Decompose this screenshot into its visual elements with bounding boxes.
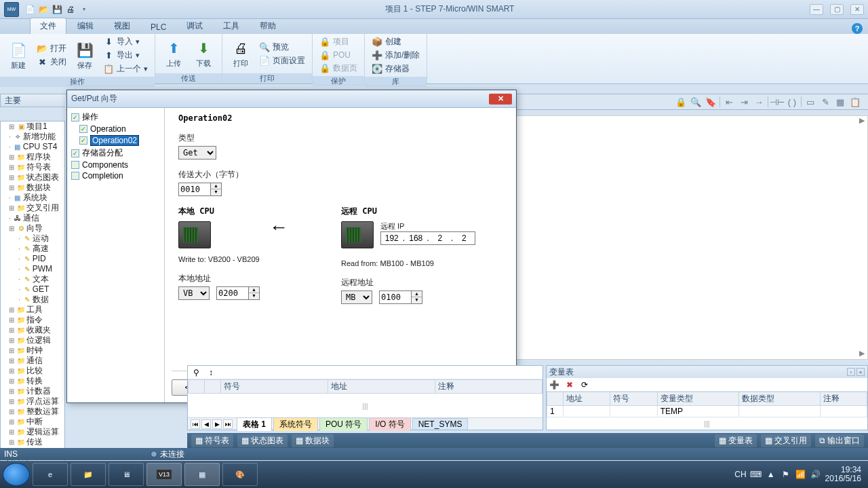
grid-icon[interactable]: ▦ xyxy=(834,96,846,108)
box-icon[interactable]: ▭ xyxy=(804,96,816,108)
nav-memory[interactable]: ✓存储器分配 xyxy=(68,147,163,159)
sheet-tab-active[interactable]: 表格 1 xyxy=(237,417,272,431)
delete-icon[interactable]: ✖ xyxy=(564,379,575,390)
scroll-right-icon[interactable]: ▶ xyxy=(859,116,865,125)
filter-icon[interactable]: ⚲ xyxy=(191,367,201,378)
taskbar-remote[interactable]: 🖥 xyxy=(108,463,144,486)
footer-tab[interactable]: ▦ 状态图表 xyxy=(237,434,288,447)
save-icon[interactable]: 💾 xyxy=(52,4,62,15)
new-button[interactable]: 📄新建 xyxy=(4,39,33,72)
nav-root[interactable]: ✓操作 xyxy=(68,111,163,124)
dialog-close-button[interactable]: ✕ xyxy=(489,94,512,105)
nav-components[interactable]: Components xyxy=(68,159,163,170)
protect-pou[interactable]: 🔒POU xyxy=(317,49,360,61)
taskbar-ie[interactable]: e xyxy=(33,463,68,486)
pin-icon[interactable]: ▫ xyxy=(847,368,855,376)
flag-icon[interactable]: ⚑ xyxy=(781,469,791,480)
taskbar-tia[interactable]: V13 xyxy=(146,463,182,486)
edit-icon[interactable]: ✎ xyxy=(819,96,831,108)
clock[interactable]: 19:34 2016/5/16 xyxy=(825,466,861,483)
footer-tab[interactable]: ▦ 交叉引用 xyxy=(761,434,811,447)
new-icon[interactable]: 📄 xyxy=(24,4,35,15)
local-offset-input[interactable] xyxy=(216,286,249,300)
size-input[interactable] xyxy=(178,183,211,196)
align-left-icon[interactable]: ⇤ xyxy=(723,96,735,108)
spin-up-icon[interactable]: ▲ xyxy=(211,183,221,189)
page-setup-button[interactable]: 📄页面设置 xyxy=(256,54,308,67)
sheet-tab[interactable]: 系统符号 xyxy=(273,417,318,431)
tab-debug[interactable]: 调试 xyxy=(177,18,212,34)
print-button[interactable]: 🖨打印 xyxy=(226,37,255,70)
tab-help[interactable]: 帮助 xyxy=(250,18,285,34)
project-tree[interactable]: ▣项目1 ✧新增功能 ▦CPU ST4 📁程序块 📁符号表 📁状态图表 📁数据块… xyxy=(0,121,65,450)
nav-operation[interactable]: ✓Operation xyxy=(68,124,163,134)
local-offset-spinner[interactable]: ▲▼ xyxy=(216,286,260,300)
remote-offset-spinner[interactable]: ▲▼ xyxy=(379,290,422,304)
upload-button[interactable]: ⬆上传 xyxy=(159,37,188,70)
nav-completion[interactable]: Completion xyxy=(68,170,163,181)
tray-up-icon[interactable]: ▲ xyxy=(766,469,776,480)
preview-button[interactable]: 🔍预览 xyxy=(256,41,308,54)
arrow-icon[interactable]: → xyxy=(753,96,765,108)
local-mem-select[interactable]: VB xyxy=(178,286,210,300)
help-icon[interactable]: ? xyxy=(852,23,863,34)
sheet-tab[interactable]: I/O 符号 xyxy=(369,417,410,431)
footer-tab[interactable]: ▦ 数据块 xyxy=(292,434,334,447)
taskbar-paint[interactable]: 🎨 xyxy=(222,463,258,486)
next-icon[interactable]: ▶ xyxy=(212,419,222,429)
maximize-button[interactable]: ▢ xyxy=(830,4,844,15)
taskbar-explorer[interactable]: 📁 xyxy=(71,463,106,486)
contact-icon[interactable]: ⊣⊢ xyxy=(771,96,783,108)
tab-plc[interactable]: PLC xyxy=(141,20,176,34)
variable-table[interactable]: 地址 符号 变量类型 数据类型 注释 1 TEMP xyxy=(547,392,867,417)
close-panel-icon[interactable]: × xyxy=(856,368,865,376)
lib-add-remove[interactable]: ➕添加/删除 xyxy=(369,49,422,62)
open-button[interactable]: 📂打开 xyxy=(34,42,69,55)
spin-down-icon[interactable]: ▼ xyxy=(211,189,221,195)
taskbar-smart[interactable]: ▦ xyxy=(184,463,220,486)
last-icon[interactable]: ⏭ xyxy=(223,419,233,429)
footer-tab[interactable]: ⧉ 输出窗口 xyxy=(815,434,864,447)
minimize-button[interactable]: — xyxy=(810,4,823,15)
network-icon[interactable]: 📶 xyxy=(795,469,806,480)
protect-project[interactable]: 🔒项目 xyxy=(317,35,360,48)
keyboard-icon[interactable]: ⌨ xyxy=(751,469,762,480)
import-button[interactable]: ⬇导入 ▾ xyxy=(100,35,151,48)
first-icon[interactable]: ⏮ xyxy=(191,419,200,429)
remote-ip-input[interactable]: 192. 168. 2. 2 xyxy=(380,231,475,245)
tab-view[interactable]: 视图 xyxy=(104,18,140,34)
find-icon[interactable]: 🔍 xyxy=(690,96,702,108)
add-icon[interactable]: ➕ xyxy=(549,379,560,390)
sheet-tab[interactable]: NET_SYMS xyxy=(412,418,469,430)
download-button[interactable]: ⬇下载 xyxy=(189,37,218,70)
start-button[interactable] xyxy=(3,463,30,486)
close-button[interactable]: ✕ xyxy=(850,4,864,15)
symbol-table[interactable]: 符号 地址 注释 xyxy=(188,379,542,394)
ime-indicator[interactable]: CH xyxy=(734,470,746,479)
remote-mem-select[interactable]: MB xyxy=(341,290,372,304)
footer-tab[interactable]: ▦ 变量表 xyxy=(715,434,757,447)
previous-button[interactable]: 📋上一个 ▾ xyxy=(100,62,151,75)
qat-dropdown-icon[interactable]: ▾ xyxy=(79,4,90,15)
export-button[interactable]: ⬆导出 ▾ xyxy=(100,49,151,62)
copy-icon[interactable]: 📋 xyxy=(849,96,861,108)
align-right-icon[interactable]: ⇥ xyxy=(738,96,750,108)
scroll-corner-icon[interactable]: ▶ xyxy=(859,349,865,358)
volume-icon[interactable]: 🔊 xyxy=(810,469,821,480)
size-spinner[interactable]: ▲▼ xyxy=(178,183,502,196)
footer-tab[interactable]: ▦ 符号表 xyxy=(191,434,233,447)
lib-create[interactable]: 📦创建 xyxy=(369,35,422,48)
bookmark-icon[interactable]: 🔖 xyxy=(705,96,717,108)
coil-icon[interactable]: ( ) xyxy=(786,96,798,108)
open-icon[interactable]: 📂 xyxy=(38,4,49,15)
remote-offset-input[interactable] xyxy=(379,290,412,304)
lock-icon[interactable]: 🔒 xyxy=(675,96,687,108)
lib-memory[interactable]: 💽存储器 xyxy=(369,62,422,75)
prev-icon[interactable]: ◀ xyxy=(201,419,211,429)
tab-edit[interactable]: 编辑 xyxy=(68,18,103,34)
tab-tools[interactable]: 工具 xyxy=(214,18,249,34)
tab-file[interactable]: 文件 xyxy=(30,18,66,34)
close-button-ribbon[interactable]: ✖关闭 xyxy=(34,56,69,69)
print-icon[interactable]: 🖨 xyxy=(65,4,76,15)
refresh-icon[interactable]: ⟳ xyxy=(579,379,590,390)
